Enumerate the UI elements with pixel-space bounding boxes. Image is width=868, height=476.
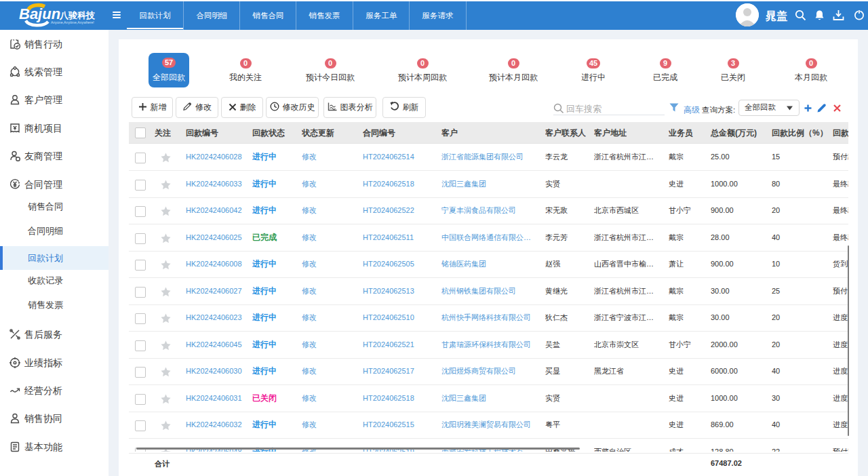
svg-text:Anyone,Anytime,Anywhere!: Anyone,Anytime,Anywhere!	[51, 20, 94, 24]
svg-text:八骏科技: 八骏科技	[59, 10, 96, 20]
